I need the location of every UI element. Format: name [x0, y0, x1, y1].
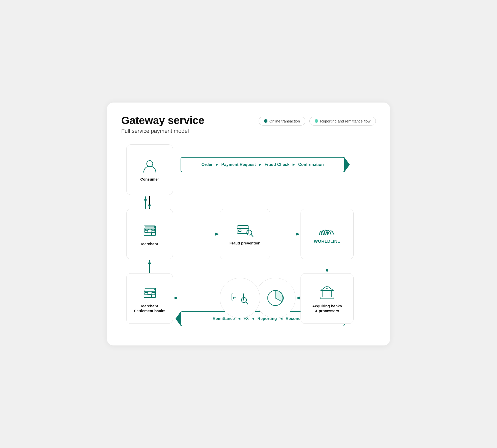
- consumer-label: Consumer: [140, 177, 159, 182]
- svg-rect-25: [320, 297, 334, 299]
- main-title: Gateway service: [121, 115, 204, 126]
- legend: Online transaction Reporting and remitta…: [259, 117, 376, 126]
- svg-rect-5: [152, 230, 155, 233]
- fraud-prevention-box: Fraud prevention: [220, 209, 270, 259]
- merchant-settlement-box: MerchantSettlement banks: [126, 273, 173, 324]
- svg-point-26: [327, 288, 328, 289]
- svg-rect-9: [148, 294, 152, 297]
- svg-marker-18: [321, 286, 333, 290]
- worldline-waves-icon: [317, 225, 337, 237]
- sub-title: Full service payment model: [121, 128, 204, 134]
- svg-rect-3: [148, 232, 152, 235]
- header-area: Gateway service Full service payment mod…: [121, 115, 376, 134]
- svg-rect-4: [145, 230, 148, 233]
- worldline-text: WORLDLINE: [314, 239, 340, 244]
- pie-chart-icon: [265, 288, 285, 308]
- main-card: Gateway service Full service payment mod…: [107, 103, 390, 345]
- banner-bottom-text: Remittance ◄ FX ◄ Reporting ◄ Reconcilat…: [213, 316, 313, 321]
- legend-online: Online transaction: [259, 117, 305, 126]
- banner-top: Order ► Payment Request ► Fraud Check ► …: [181, 157, 345, 172]
- acquiring-icon: [319, 284, 335, 301]
- legend-reporting-label: Reporting and remittance flow: [320, 119, 370, 123]
- fx-circle: [220, 278, 260, 318]
- diagram: Order ► Payment Request ► Fraud Check ► …: [121, 144, 376, 331]
- fraud-icon: [236, 223, 254, 238]
- svg-line-17: [251, 234, 253, 237]
- acquiring-banks-box: Acquiring banks& processors: [301, 273, 354, 324]
- svg-rect-12: [145, 288, 155, 290]
- svg-rect-10: [145, 292, 148, 295]
- legend-reporting: Reporting and remittance flow: [309, 117, 376, 126]
- acquiring-label: Acquiring banks& processors: [312, 304, 342, 313]
- legend-online-label: Online transaction: [269, 119, 300, 123]
- fx-icon: [231, 290, 249, 306]
- banner-top-text: Order ► Payment Request ► Fraud Check ► …: [202, 162, 324, 167]
- reporting-circle: [255, 278, 295, 318]
- online-dot: [264, 119, 267, 123]
- merchant-settlement-icon: [141, 284, 158, 301]
- svg-point-0: [147, 161, 153, 167]
- worldline-logo: WORLDLINE: [314, 225, 340, 244]
- svg-rect-15: [239, 230, 241, 232]
- fraud-label: Fraud prevention: [230, 241, 261, 246]
- consumer-box: Consumer: [126, 144, 173, 195]
- svg-rect-11: [152, 292, 155, 295]
- merchant-label: Merchant: [141, 241, 158, 246]
- svg-rect-33: [233, 297, 236, 299]
- reporting-dot: [315, 119, 318, 123]
- consumer-icon: [142, 158, 158, 174]
- svg-rect-6: [145, 226, 155, 228]
- merchant-icon: [141, 222, 158, 239]
- svg-line-35: [246, 302, 248, 304]
- merchant-box: Merchant: [126, 209, 173, 259]
- title-block: Gateway service Full service payment mod…: [121, 115, 204, 134]
- merchant-settlement-label: MerchantSettlement banks: [134, 304, 165, 313]
- worldline-box: WORLDLINE: [301, 209, 354, 259]
